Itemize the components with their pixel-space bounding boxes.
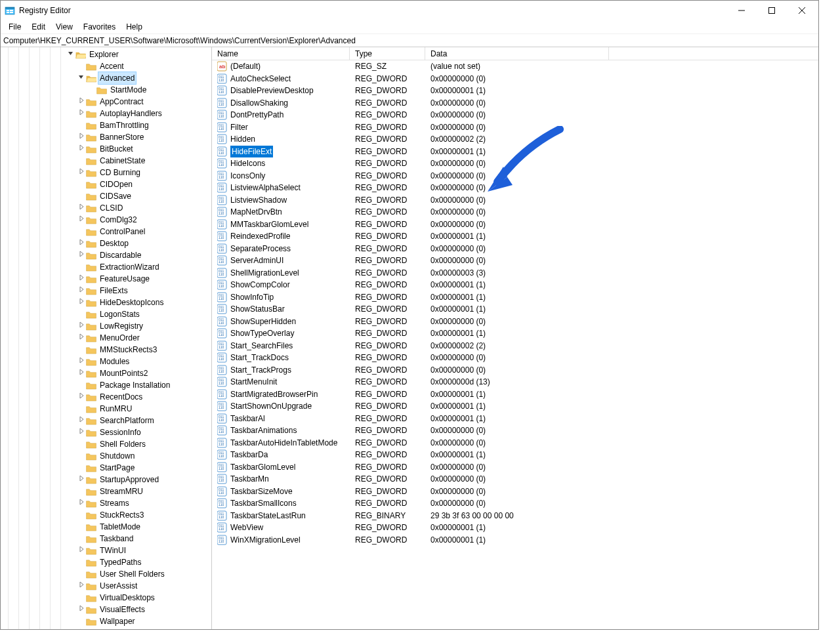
tree-item[interactable]: Advanced xyxy=(1,72,211,84)
chevron-right-icon[interactable] xyxy=(77,167,86,178)
tree-item[interactable]: BamThrottling xyxy=(1,119,211,131)
tree-item[interactable]: MenuOrder xyxy=(1,332,211,344)
tree-item[interactable]: Shell Folders xyxy=(1,438,211,450)
tree-item[interactable]: Wallpaper xyxy=(1,615,211,627)
column-header-data[interactable]: Data xyxy=(425,47,609,60)
list-row[interactable]: DisablePreviewDesktopREG_DWORD0x00000001… xyxy=(212,85,818,97)
tree-item[interactable]: ControlPanel xyxy=(1,226,211,238)
list-row[interactable]: TaskbarAutoHideInTabletModeREG_DWORD0x00… xyxy=(212,437,818,449)
list-row[interactable]: StartMigratedBrowserPinREG_DWORD0x000000… xyxy=(212,388,818,401)
list-row[interactable]: MapNetDrvBtnREG_DWORD0x00000000 (0) xyxy=(212,206,818,218)
tree-item[interactable]: Discardable xyxy=(1,249,211,261)
list-row[interactable]: ShowTypeOverlayREG_DWORD0x00000001 (1) xyxy=(212,327,818,340)
tree-item[interactable]: ComDlg32 xyxy=(1,214,211,226)
tree-item[interactable]: TypedPaths xyxy=(1,556,211,568)
tree-item[interactable]: StreamMRU xyxy=(1,486,211,497)
tree-item[interactable]: FileExts xyxy=(1,285,211,297)
tree-item[interactable]: HideDesktopIcons xyxy=(1,297,211,308)
chevron-right-icon[interactable] xyxy=(77,273,86,285)
list-row[interactable]: TaskbarDaREG_DWORD0x00000001 (1) xyxy=(212,449,818,461)
chevron-right-icon[interactable] xyxy=(77,297,86,308)
list-row[interactable]: ShowStatusBarREG_DWORD0x00000001 (1) xyxy=(212,303,818,316)
list-row[interactable]: TaskbarStateLastRunREG_BINARY29 3b 3f 63… xyxy=(212,510,818,522)
chevron-right-icon[interactable] xyxy=(77,415,86,426)
list-row[interactable]: ShowCompColorREG_DWORD0x00000001 (1) xyxy=(212,279,818,291)
chevron-right-icon[interactable] xyxy=(77,214,86,226)
tree-item[interactable]: Modules xyxy=(1,356,211,367)
tree-item[interactable]: StartPage xyxy=(1,462,211,474)
tree-item[interactable]: AppContract xyxy=(1,96,211,108)
chevron-right-icon[interactable] xyxy=(77,426,86,438)
tree-item[interactable]: RunMRU xyxy=(1,403,211,415)
list-row[interactable]: ShowInfoTipREG_DWORD0x00000001 (1) xyxy=(212,291,818,304)
tree-item[interactable]: TabletMode xyxy=(1,521,211,533)
tree-item[interactable]: VisualEffects xyxy=(1,604,211,615)
menu-item-help[interactable]: Help xyxy=(121,20,148,33)
list-row[interactable]: ServerAdminUIREG_DWORD0x00000000 (0) xyxy=(212,255,818,267)
list-row[interactable]: HideIconsREG_DWORD0x00000000 (0) xyxy=(212,157,818,170)
tree-item[interactable]: User Shell Folders xyxy=(1,568,211,580)
tree-pane[interactable]: ExplorerAccentAdvancedStartModeAppContra… xyxy=(1,47,212,629)
tree-item[interactable]: VirtualDesktops xyxy=(1,592,211,604)
list-row[interactable]: IconsOnlyREG_DWORD0x00000000 (0) xyxy=(212,170,818,182)
tree-item[interactable]: TWinUI xyxy=(1,545,211,556)
chevron-right-icon[interactable] xyxy=(77,391,86,403)
tree-item[interactable]: MountPoints2 xyxy=(1,367,211,379)
chevron-right-icon[interactable] xyxy=(77,332,86,344)
chevron-right-icon[interactable] xyxy=(77,474,86,486)
column-header-name[interactable]: Name xyxy=(212,47,350,60)
list-row[interactable]: SeparateProcessREG_DWORD0x00000000 (0) xyxy=(212,243,818,255)
menu-item-file[interactable]: File xyxy=(3,20,26,33)
list-row[interactable]: StartMenuInitREG_DWORD0x0000000d (13) xyxy=(212,376,818,388)
tree-item[interactable]: Taskband xyxy=(1,533,211,545)
list-row[interactable]: ListviewAlphaSelectREG_DWORD0x00000000 (… xyxy=(212,182,818,194)
chevron-right-icon[interactable] xyxy=(77,285,86,297)
address-bar[interactable]: Computer\HKEY_CURRENT_USER\Software\Micr… xyxy=(1,33,818,47)
list-row[interactable]: WinXMigrationLevelREG_DWORD0x00000001 (1… xyxy=(212,534,818,547)
tree-item[interactable]: CD Burning xyxy=(1,167,211,178)
tree-item[interactable]: Shutdown xyxy=(1,450,211,462)
list-row[interactable]: ReindexedProfileREG_DWORD0x00000001 (1) xyxy=(212,230,818,243)
tree-item[interactable]: BannerStore xyxy=(1,131,211,143)
tree-item[interactable]: StartupApproved xyxy=(1,474,211,486)
menu-item-favorites[interactable]: Favorites xyxy=(78,20,121,33)
tree-item[interactable]: Package Installation xyxy=(1,379,211,391)
tree-item[interactable]: LowRegistry xyxy=(1,320,211,332)
list-row[interactable]: Start_TrackDocsREG_DWORD0x00000000 (0) xyxy=(212,352,818,364)
tree-item[interactable]: SessionInfo xyxy=(1,426,211,438)
list-row[interactable]: FilterREG_DWORD0x00000000 (0) xyxy=(212,121,818,134)
list-body[interactable]: (Default)REG_SZ(value not set)AutoCheckS… xyxy=(212,60,818,629)
list-row[interactable]: ListviewShadowREG_DWORD0x00000000 (0) xyxy=(212,194,818,207)
list-row[interactable]: AutoCheckSelectREG_DWORD0x00000000 (0) xyxy=(212,73,818,85)
chevron-right-icon[interactable] xyxy=(77,108,86,119)
list-row[interactable]: TaskbarSmallIconsREG_DWORD0x00000000 (0) xyxy=(212,497,818,510)
chevron-right-icon[interactable] xyxy=(77,249,86,261)
list-row[interactable]: TaskbarMnREG_DWORD0x00000000 (0) xyxy=(212,473,818,486)
list-row[interactable]: Start_TrackProgsREG_DWORD0x00000000 (0) xyxy=(212,364,818,377)
chevron-right-icon[interactable] xyxy=(77,604,86,615)
list-row[interactable]: StartShownOnUpgradeREG_DWORD0x00000001 (… xyxy=(212,400,818,413)
list-row[interactable]: WebViewREG_DWORD0x00000001 (1) xyxy=(212,522,818,534)
chevron-right-icon[interactable] xyxy=(77,143,86,155)
list-row[interactable]: TaskbarSizeMoveREG_DWORD0x00000000 (0) xyxy=(212,486,818,498)
list-row[interactable]: TaskbarAnimationsREG_DWORD0x00000000 (0) xyxy=(212,424,818,437)
list-row[interactable]: Start_SearchFilesREG_DWORD0x00000002 (2) xyxy=(212,340,818,352)
tree-item[interactable]: Desktop xyxy=(1,238,211,249)
tree-item[interactable]: ExtractionWizard xyxy=(1,261,211,273)
list-row[interactable]: TaskbarAlREG_DWORD0x00000001 (1) xyxy=(212,413,818,425)
chevron-right-icon[interactable] xyxy=(77,367,86,379)
tree-item[interactable]: BitBucket xyxy=(1,143,211,155)
chevron-right-icon[interactable] xyxy=(77,627,86,629)
titlebar[interactable]: Registry Editor xyxy=(1,1,818,20)
maximize-button[interactable] xyxy=(757,1,787,20)
chevron-right-icon[interactable] xyxy=(77,202,86,214)
menu-item-edit[interactable]: Edit xyxy=(26,20,51,33)
chevron-right-icon[interactable] xyxy=(77,497,86,509)
tree-item[interactable]: Accent xyxy=(1,60,211,72)
list-row[interactable]: (Default)REG_SZ(value not set) xyxy=(212,60,818,73)
list-row[interactable]: ShellMigrationLevelREG_DWORD0x00000003 (… xyxy=(212,267,818,279)
tree-item[interactable]: CIDOpen xyxy=(1,178,211,190)
tree-item[interactable]: StartMode xyxy=(1,84,211,96)
list-row[interactable]: ShowSuperHiddenREG_DWORD0x00000000 (0) xyxy=(212,316,818,328)
chevron-down-icon[interactable] xyxy=(66,49,75,60)
